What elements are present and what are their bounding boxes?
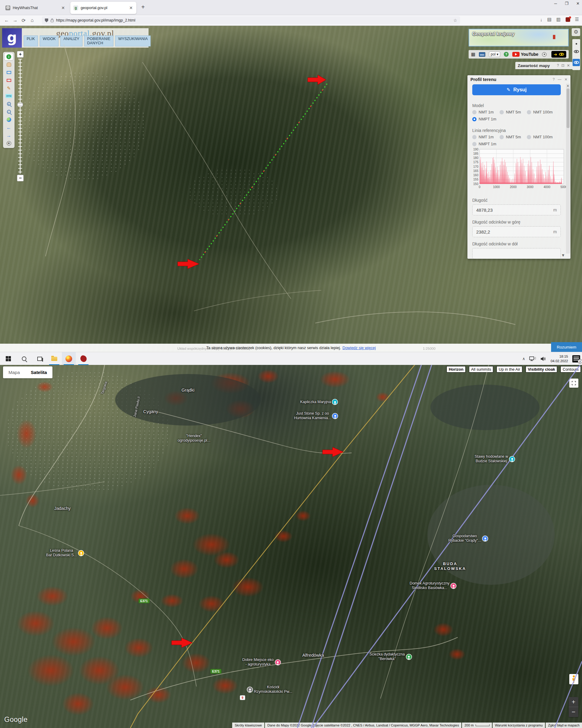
road-line: [19, 365, 105, 526]
road-line: [194, 290, 321, 311]
lock-icon: [51, 20, 54, 22]
map-label[interactable]: Dobre Miejsce eko- agroturystyka: [242, 658, 280, 667]
url-bar[interactable]: https://mapy.geoportal.gov.pl/imap/Imgp_…: [42, 17, 460, 24]
bookmark-star-icon[interactable]: ☆: [453, 18, 457, 23]
map-label[interactable]: Domek AgroturystycznySiedlisko Basiówka.…: [410, 581, 456, 590]
tab-heywhatsthat[interactable]: HeyWhatsThat ✕: [2, 2, 68, 14]
tab-close-icon[interactable]: ✕: [129, 5, 133, 10]
url-text[interactable]: https://mapy.geoportal.gov.pl/imap/Imgp_…: [56, 18, 451, 22]
tab-title: geoportal.gov.pl: [81, 6, 126, 10]
notification-badge: 2: [578, 359, 582, 364]
cookie-more-link[interactable]: Dowiedz się więcej: [342, 345, 376, 350]
home-button[interactable]: ⌂: [28, 18, 36, 23]
new-tab-button[interactable]: +: [141, 4, 145, 10]
hwt-map-overlay: [0, 365, 582, 728]
map-label[interactable]: Stawy hodowlane wBudzie Stalowskiej: [475, 454, 515, 464]
tracking-shield-icon[interactable]: [45, 19, 48, 22]
map-label[interactable]: Leśna PolanaBar Dutkowski S...: [46, 548, 84, 557]
file-explorer-button[interactable]: [47, 352, 61, 365]
status-scale-text: 1:25000: [423, 347, 436, 350]
road-badge-e371: E371: [139, 598, 150, 603]
poi-pin-icon[interactable]: [333, 413, 338, 419]
cookie-banner: Ta strona używa ciasteczek (cookies), dz…: [0, 344, 582, 352]
elevation-profile-line[interactable]: [199, 84, 327, 260]
library-icon[interactable]: ▤: [547, 17, 551, 22]
poi-pin-icon[interactable]: [275, 660, 280, 665]
map-label[interactable]: "Hendex"ogrodyiposesje.pl...: [177, 434, 211, 443]
red-app-icon: [80, 355, 87, 363]
window-minimize-button[interactable]: ─: [554, 1, 557, 6]
sidebar-icon[interactable]: ▥: [556, 17, 560, 22]
tray-expand-icon[interactable]: ∧: [522, 357, 525, 361]
heywhatsthat-map-canvas[interactable]: GrądkiTargowaJana Pawła IICyganyKapliczk…: [0, 365, 582, 728]
road-line: [19, 526, 196, 686]
downloads-icon[interactable]: ↓: [540, 17, 543, 22]
map-label[interactable]: Kapliczka Maryjna: [300, 399, 337, 405]
map-label[interactable]: GospodarstwoRybackie "Grądy"...: [448, 534, 488, 543]
red-arrow-annotation: [308, 75, 326, 85]
menu-hamburger-icon[interactable]: ☰: [575, 17, 579, 22]
screen: HeyWhatsThat ✕ g geoportal.gov.pl ✕ + ─ …: [0, 0, 582, 728]
windows-logo-icon: [6, 356, 11, 361]
volume-icon[interactable]: [540, 356, 546, 362]
status-crs-text: Układ współrzędnych mapy 1992 (EPSG 2180…: [177, 347, 250, 350]
geoportal-map-canvas[interactable]: g geoportal.gov.pl PLIKWIDOKANALIZYPOBIE…: [0, 26, 582, 352]
browser-nav-bar: ← → ⟳ ⌂ https://mapy.geoportal.gov.pl/im…: [0, 15, 582, 26]
road-line: [0, 482, 105, 495]
heywhatsthat-favicon: [5, 5, 10, 10]
folder-icon: [51, 357, 57, 361]
road-line: [315, 312, 515, 324]
tab-geoportal[interactable]: g geoportal.gov.pl ✕: [70, 2, 136, 14]
red-arrow-annotation: [177, 259, 199, 269]
browser-tab-bar: HeyWhatsThat ✕ g geoportal.gov.pl ✕ + ─ …: [0, 0, 582, 15]
geoportal-favicon: g: [73, 5, 78, 10]
firefox-icon: [65, 356, 72, 362]
road-line: [46, 44, 76, 256]
cookie-accept-button[interactable]: Rozumiem: [551, 342, 582, 352]
map-label: Jadachy: [54, 506, 71, 511]
notification-center-button[interactable]: 2: [572, 355, 580, 363]
taskbar-clock[interactable]: 18:15 04.02.2022: [551, 354, 568, 363]
pond-shape: [431, 385, 539, 430]
road-badge-9: 9: [240, 695, 245, 700]
search-icon: [22, 357, 26, 361]
network-icon[interactable]: [529, 356, 536, 362]
adblock-extension-icon[interactable]: [565, 17, 570, 22]
road-badge-e371: E371: [211, 669, 222, 674]
elevation-profile-line-red-marks: [199, 84, 327, 260]
map-label: BUDASTALOWSKA: [434, 562, 466, 571]
road-line: [130, 637, 458, 700]
taskbar-search-button[interactable]: [17, 352, 31, 365]
poi-pin-icon[interactable]: [333, 399, 338, 405]
tab-close-icon[interactable]: ✕: [61, 5, 65, 10]
window-maximize-button[interactable]: ❐: [565, 1, 569, 6]
map-label[interactable]: KościółRzymskokatolicki Pw...: [247, 685, 292, 694]
start-button[interactable]: [1, 352, 15, 365]
tab-title: HeyWhatsThat: [13, 6, 58, 10]
geoportal-map-overlay: [0, 26, 582, 352]
forward-button[interactable]: →: [11, 18, 20, 23]
map-label[interactable]: Ścieżka dydaktyczna"Berówka": [369, 652, 412, 661]
poi-pin-icon[interactable]: [406, 654, 411, 659]
back-button[interactable]: ←: [2, 18, 11, 23]
task-view-button[interactable]: [33, 352, 47, 365]
map-label: Alfredówka: [302, 653, 324, 658]
reload-button[interactable]: ⟳: [20, 18, 28, 23]
window-close-button[interactable]: ✕: [576, 1, 580, 6]
poi-pin-icon[interactable]: [247, 687, 252, 692]
poi-pin-icon[interactable]: [451, 583, 456, 589]
poi-pin-icon[interactable]: [482, 536, 488, 541]
poi-pin-icon[interactable]: [509, 457, 515, 462]
air-route-line: [555, 661, 582, 728]
map-label[interactable]: Just Stone Sp. z ooHurtownia Kamienia...: [294, 411, 338, 420]
firefox-button[interactable]: [62, 352, 76, 365]
map-label: Cygany: [143, 409, 158, 414]
poi-pin-icon[interactable]: [79, 550, 84, 556]
road-line: [142, 62, 291, 299]
map-label: Grądki: [182, 388, 195, 393]
red-app-button[interactable]: [76, 352, 90, 365]
windows-taskbar: ∧ 18:15 04.02.2022 2: [0, 352, 582, 365]
task-view-icon: [37, 357, 42, 361]
